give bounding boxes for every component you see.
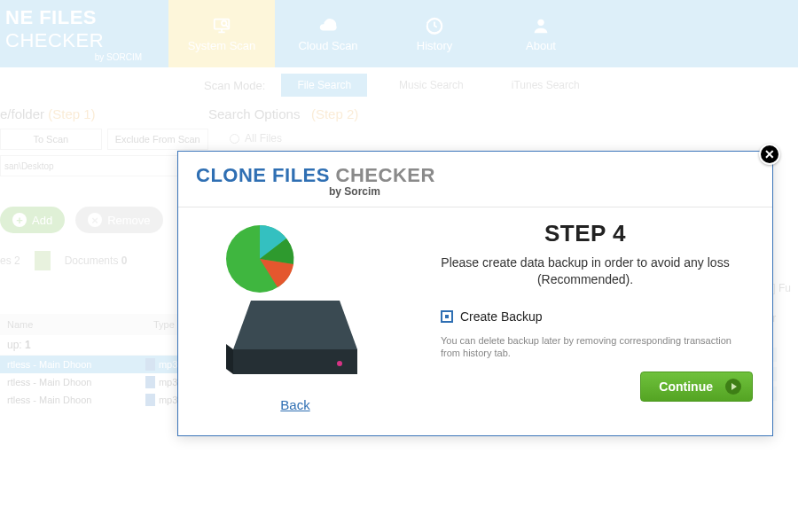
svg-marker-6: [226, 344, 233, 374]
create-backup-label: Create Backup: [460, 309, 543, 324]
brand-a: CLONE FILES: [196, 164, 330, 186]
svg-point-7: [337, 361, 342, 366]
svg-marker-4: [233, 301, 357, 349]
modal-text-column: STEP 4 Please create data backup in orde…: [418, 216, 753, 424]
create-backup-checkbox[interactable]: [441, 310, 453, 323]
drive-pie-illustration: [207, 216, 384, 385]
brand-sub: by Sorcim: [329, 185, 755, 198]
illustration-column: Back: [198, 216, 393, 424]
continue-button[interactable]: Continue: [640, 372, 753, 402]
play-icon: [725, 379, 741, 395]
brand-b: CHECKER: [336, 164, 435, 186]
close-icon[interactable]: ✕: [759, 144, 780, 165]
step4-modal: ✕ CLONE FILES CHECKER by Sorcim: [177, 151, 773, 436]
step-description: Please create data backup in order to av…: [418, 254, 753, 288]
modal-header: CLONE FILES CHECKER by Sorcim: [178, 152, 772, 207]
continue-button-label: Continue: [659, 379, 713, 394]
backup-hint: You can delete backup later by removing …: [418, 334, 753, 360]
step-heading: STEP 4: [418, 220, 753, 247]
back-link[interactable]: Back: [280, 397, 309, 412]
